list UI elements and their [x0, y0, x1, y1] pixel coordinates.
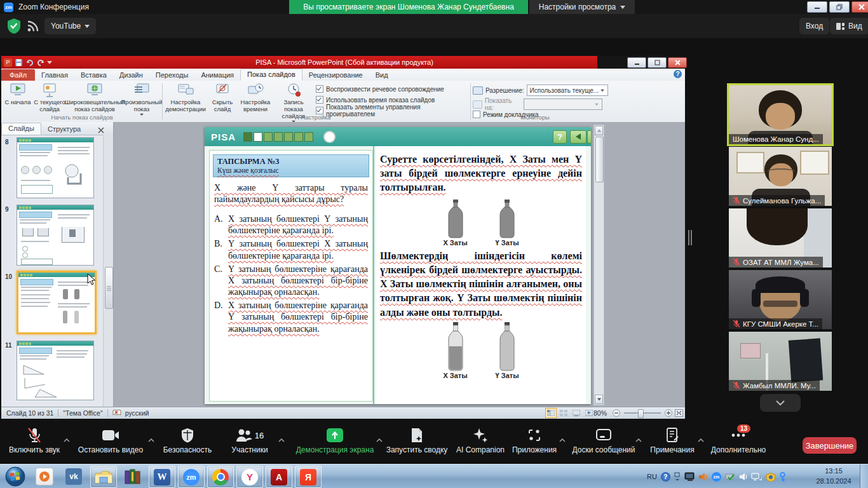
key-tray-icon[interactable]: [780, 472, 785, 482]
sync-check-tray-icon[interactable]: [725, 472, 735, 481]
taskbar-acrobat[interactable]: A: [266, 466, 292, 488]
notes-button[interactable]: Примечания: [644, 427, 700, 454]
tab-outline[interactable]: Структура: [41, 124, 87, 135]
participant-video-2[interactable]: Сулейманова Гульжа...: [729, 147, 832, 206]
participant-video-4[interactable]: КГУ СМШИ Акерке Т...: [729, 270, 832, 329]
view-settings-button[interactable]: Настройки просмотра: [529, 0, 635, 14]
slide-prev-button[interactable]: [570, 130, 587, 144]
taskbar-chrome[interactable]: [207, 466, 234, 488]
tab-slideshow[interactable]: Показ слайдов: [240, 69, 302, 81]
slide-help-button[interactable]: ?: [553, 130, 567, 144]
save-button[interactable]: [15, 58, 23, 67]
taskbar-winrar[interactable]: [119, 466, 145, 487]
participant-video-3[interactable]: ОЗАТ АТ ММЛ Жума...: [729, 208, 832, 268]
apps-button[interactable]: Приложения: [508, 427, 560, 454]
scrollbar-thumb[interactable]: [595, 137, 604, 182]
zoom-in-button[interactable]: [665, 409, 672, 417]
help-tray-icon[interactable]: ?: [661, 472, 670, 482]
tab-animations[interactable]: Анимация: [194, 70, 240, 81]
tab-file[interactable]: Файл: [1, 69, 35, 81]
start-summary-button[interactable]: Запустить сводку: [384, 427, 450, 454]
whiteboards-chevron[interactable]: [635, 433, 642, 445]
network-tray-icon[interactable]: [751, 472, 762, 481]
tab-design[interactable]: Дизайн: [113, 70, 149, 81]
taskbar-yandex[interactable]: Я: [295, 466, 322, 488]
tab-home[interactable]: Главная: [35, 70, 74, 81]
spellcheck-icon[interactable]: [112, 409, 121, 417]
tab-insert[interactable]: Вставка: [74, 70, 113, 81]
ai-companion-button[interactable]: AI Companion: [451, 427, 510, 454]
slide-thumbnail-11[interactable]: [17, 341, 94, 400]
language-switcher[interactable]: RU: [647, 473, 657, 480]
minimize-button[interactable]: [807, 1, 827, 13]
participant-video-1[interactable]: Шоменова Жанар Сунд...: [729, 85, 832, 144]
zoom-slider-thumb[interactable]: [638, 409, 644, 418]
tray-expand-icon[interactable]: [674, 472, 681, 481]
start-button[interactable]: [3, 466, 28, 487]
zoom-out-button[interactable]: [613, 409, 620, 417]
slide-thumbnail-10-selected[interactable]: [17, 271, 97, 334]
zoom-slider-track[interactable]: [624, 412, 661, 414]
reading-view-button[interactable]: [571, 408, 582, 418]
broadcast-slideshow-button[interactable]: Широковещательный показ слайдов: [66, 81, 123, 113]
taskbar-explorer[interactable]: [90, 466, 117, 488]
share-screen-button[interactable]: Демонстрация экрана: [291, 427, 379, 454]
setup-slideshow-button[interactable]: Настройка демонстрации: [165, 81, 207, 113]
scroll-up-arrow[interactable]: [595, 126, 603, 135]
zoom-tray-icon[interactable]: zm: [712, 472, 721, 482]
mic-options-chevron[interactable]: [64, 433, 70, 445]
stream-feed-icon[interactable]: [27, 20, 39, 35]
stop-video-button[interactable]: Остановить видео: [75, 427, 146, 454]
tab-view[interactable]: Вид: [369, 70, 395, 81]
redo-button[interactable]: [36, 58, 44, 67]
slide-next-button[interactable]: [587, 130, 591, 144]
display-tray-icon[interactable]: [684, 472, 695, 481]
slide-thumbnail-8[interactable]: [17, 137, 94, 198]
collapse-videos-button[interactable]: [760, 394, 801, 412]
unmute-button[interactable]: Включить звук: [5, 427, 64, 454]
login-button[interactable]: Вход: [799, 18, 829, 34]
taskbar-vk[interactable]: vk: [61, 466, 86, 487]
close-button[interactable]: [851, 1, 868, 13]
ppt-minimize-button[interactable]: [627, 57, 646, 68]
update-tray-icon[interactable]: [766, 472, 776, 482]
youtube-live-button[interactable]: YouTube: [44, 18, 96, 34]
taskbar-media-player[interactable]: [32, 466, 57, 487]
whiteboards-button[interactable]: Доски сообщений: [567, 427, 640, 454]
taskbar-zoom[interactable]: zm: [178, 466, 205, 488]
speaker-tray-icon[interactable]: [739, 472, 747, 481]
panel-drag-handle[interactable]: [688, 230, 693, 245]
notes-chevron[interactable]: [698, 433, 704, 445]
view-button[interactable]: Вид: [830, 18, 868, 34]
participants-button[interactable]: 16 Участники: [224, 427, 276, 454]
qat-customize-icon[interactable]: [47, 61, 52, 64]
from-beginning-button[interactable]: С начала: [4, 81, 32, 106]
resolution-dropdown[interactable]: Использовать текуще...: [527, 85, 608, 96]
fit-to-window-button[interactable]: [675, 409, 683, 417]
end-meeting-button[interactable]: Завершение: [803, 437, 857, 454]
hide-slide-button[interactable]: Скрыть слайд: [208, 81, 237, 113]
custom-slideshow-button[interactable]: Произвольный показ: [123, 81, 160, 116]
scroll-down-arrow[interactable]: [595, 395, 603, 404]
restore-button[interactable]: [829, 1, 850, 13]
security-button[interactable]: Безопасность: [159, 427, 216, 454]
ppt-close-button[interactable]: [668, 57, 687, 68]
normal-view-button[interactable]: [545, 408, 557, 418]
slide-thumbnail-9[interactable]: [17, 205, 94, 266]
tab-slides-thumbnails[interactable]: Слайды: [1, 123, 41, 135]
participants-chevron[interactable]: [278, 433, 285, 445]
checkbox-use-timings[interactable]: Использовать время показа слайдов: [316, 95, 468, 104]
show-desktop-button[interactable]: [860, 464, 868, 488]
security-shield-icon[interactable]: [6, 18, 22, 37]
ppt-restore-button[interactable]: [648, 57, 667, 68]
from-current-slide-button[interactable]: С текущего слайда: [33, 81, 66, 113]
taskbar-yandex-browser[interactable]: Y: [236, 466, 263, 488]
tab-transitions[interactable]: Переходы: [149, 70, 195, 81]
checkbox-play-narrations[interactable]: Воспроизвести речевое сопровождение: [316, 85, 468, 93]
participant-video-5[interactable]: Жамбыл ММЛИ. Му...: [729, 332, 832, 391]
taskbar-word[interactable]: W: [149, 466, 175, 488]
rehearse-timings-button[interactable]: Настройка времени: [237, 81, 274, 113]
help-icon[interactable]: ?: [674, 70, 682, 78]
taskbar-clock[interactable]: 13:15 28.10.2024: [815, 466, 852, 487]
sorter-view-button[interactable]: [558, 408, 569, 418]
